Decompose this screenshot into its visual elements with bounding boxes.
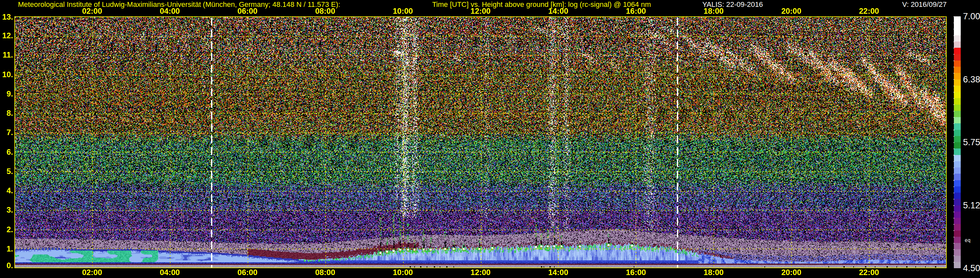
colorbar-cell bbox=[954, 98, 961, 104]
y-tick: 9. bbox=[0, 90, 13, 98]
x-tick-top: 06:00 bbox=[237, 7, 258, 15]
y-tick: 12. bbox=[0, 32, 13, 40]
colorbar-cell bbox=[954, 230, 961, 237]
colorbar-cell bbox=[954, 117, 961, 123]
colorbar-cell bbox=[954, 105, 961, 111]
colorbar-tick-label: 6.38 bbox=[963, 75, 980, 84]
colorbar-tick-label: 5.75 bbox=[963, 138, 980, 147]
colorbar-cell bbox=[954, 161, 961, 168]
colorbar-cell bbox=[954, 205, 961, 212]
x-tick-bottom: 18:00 bbox=[704, 268, 724, 276]
colorbar-cell bbox=[954, 130, 961, 136]
colorbar-tick-dashes bbox=[953, 16, 954, 268]
y-tick: 2. bbox=[0, 226, 13, 233]
colorbar-cell bbox=[954, 243, 961, 249]
colorbar-tick-label: 7.00 bbox=[963, 12, 980, 21]
x-tick-bottom: 10:00 bbox=[393, 268, 412, 276]
colorbar-cell bbox=[954, 193, 961, 199]
lidar-heatmap-canvas bbox=[14, 16, 947, 268]
colorbar-cell bbox=[954, 111, 961, 117]
y-tick: 11. bbox=[0, 51, 13, 59]
colorbar-cell bbox=[954, 61, 961, 67]
y-tick: 7. bbox=[0, 129, 13, 136]
colorbar-cell bbox=[954, 29, 961, 35]
x-tick-top: 16:00 bbox=[626, 7, 646, 15]
colorbar-cell bbox=[954, 123, 961, 129]
colorbar-cell bbox=[954, 142, 961, 149]
x-tick-bottom: 02:00 bbox=[82, 268, 102, 276]
y-tick: 1. bbox=[0, 245, 13, 253]
colorbar-cell bbox=[954, 22, 961, 29]
colorbar-cell bbox=[954, 54, 961, 61]
colorbar-cell bbox=[954, 35, 961, 42]
colorbar-cell bbox=[954, 86, 961, 92]
y-tick: 0. bbox=[0, 262, 13, 270]
x-tick-top: 10:00 bbox=[393, 7, 412, 15]
colorbar-cell bbox=[954, 80, 961, 86]
colorbar-cell bbox=[954, 155, 961, 161]
colorbar-cell bbox=[954, 92, 961, 98]
x-tick-bottom: 12:00 bbox=[470, 268, 490, 276]
colorbar-cell bbox=[954, 180, 961, 187]
x-tick-bottom: 04:00 bbox=[160, 268, 180, 276]
x-tick-bottom: 20:00 bbox=[781, 268, 801, 276]
y-tick: 13. bbox=[0, 13, 13, 21]
x-tick-top: 20:00 bbox=[781, 7, 801, 15]
colorbar-tick-label: 5.12 bbox=[963, 201, 980, 210]
colorbar-cell bbox=[954, 237, 961, 243]
colorbar-cell bbox=[954, 262, 961, 268]
x-tick-top: 02:00 bbox=[82, 7, 102, 15]
x-tick-top: 04:00 bbox=[160, 7, 180, 15]
colorbar-tick-label: 4.50 bbox=[963, 264, 980, 273]
colorbar-cell bbox=[954, 224, 961, 230]
x-tick-top: 22:00 bbox=[859, 7, 879, 15]
colorbar-cell bbox=[954, 199, 961, 205]
x-tick-top: 12:00 bbox=[470, 7, 490, 15]
x-tick-bottom: 14:00 bbox=[548, 268, 568, 276]
plot-title: Time [UTC] vs. Height above ground [km]:… bbox=[432, 1, 651, 8]
colorbar-cell bbox=[954, 149, 961, 155]
y-tick: 4. bbox=[0, 187, 13, 195]
y-tick: 5. bbox=[0, 168, 13, 175]
eq-annotation: eq bbox=[965, 238, 970, 243]
colorbar-cell bbox=[954, 42, 961, 48]
colorbar-cell bbox=[954, 16, 961, 22]
colorbar-cell bbox=[954, 168, 961, 174]
x-tick-bottom: 16:00 bbox=[626, 268, 646, 276]
colorbar-cell bbox=[954, 256, 961, 262]
y-tick: 6. bbox=[0, 148, 13, 156]
x-tick-top: 14:00 bbox=[548, 7, 568, 15]
colorbar-cell bbox=[954, 136, 961, 142]
y-tick: 8. bbox=[0, 109, 13, 117]
colorbar-cell bbox=[954, 48, 961, 54]
colorbar bbox=[954, 16, 961, 268]
colorbar-cell bbox=[954, 249, 961, 256]
colorbar-cell bbox=[954, 67, 961, 73]
y-tick: 3. bbox=[0, 206, 13, 214]
colorbar-cell bbox=[954, 174, 961, 180]
x-tick-bottom: 08:00 bbox=[315, 268, 335, 276]
y-tick: 10. bbox=[0, 71, 13, 78]
x-tick-bottom: 22:00 bbox=[859, 268, 879, 276]
x-tick-bottom: 06:00 bbox=[237, 268, 258, 276]
x-tick-top: 18:00 bbox=[704, 7, 724, 15]
colorbar-cell bbox=[954, 187, 961, 193]
lidar-quicklook-plot bbox=[14, 16, 947, 268]
colorbar-cell bbox=[954, 218, 961, 224]
colorbar-cell bbox=[954, 212, 961, 218]
colorbar-cell bbox=[954, 73, 961, 79]
x-tick-top: 08:00 bbox=[315, 7, 335, 15]
